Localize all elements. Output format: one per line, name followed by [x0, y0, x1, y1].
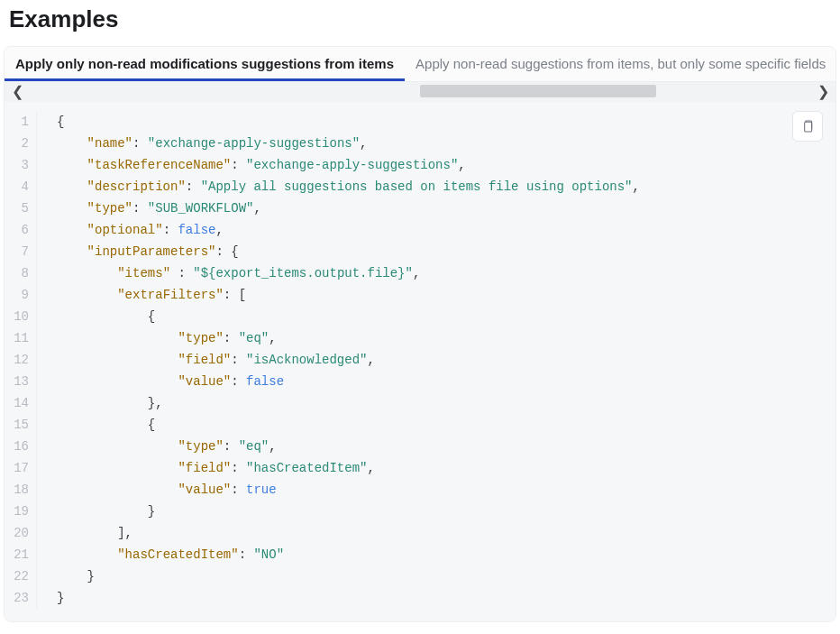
line-number: 4: [5, 176, 29, 198]
line-number: 12: [5, 349, 29, 371]
chevron-left-icon[interactable]: ❮: [8, 85, 26, 99]
tabs-bar: Apply only non-read modifications sugges…: [5, 47, 835, 82]
code-content: { "name": "exchange-apply-suggestions", …: [37, 111, 640, 609]
code-line: "description": "Apply all suggestions ba…: [57, 176, 640, 198]
line-number: 6: [5, 219, 29, 241]
svg-rect-0: [805, 122, 812, 132]
line-number: 14: [5, 392, 29, 414]
line-number: 18: [5, 479, 29, 501]
line-number: 7: [5, 241, 29, 262]
line-number: 3: [5, 154, 29, 176]
tabs-scroll-row: ❮ ❯: [5, 82, 835, 102]
code-line: "field": "isAcknowledged",: [57, 349, 640, 371]
code-line: "field": "hasCreatedItem",: [57, 457, 640, 479]
line-number: 2: [5, 133, 29, 154]
tab-0[interactable]: Apply only non-read modifications sugges…: [5, 47, 405, 81]
code-line: }: [57, 501, 640, 522]
code-line: }: [57, 587, 640, 609]
line-number: 13: [5, 371, 29, 392]
line-number: 19: [5, 501, 29, 522]
code-line: "name": "exchange-apply-suggestions",: [57, 133, 640, 154]
code-line: "type": "eq",: [57, 327, 640, 349]
line-number-gutter: 1234567891011121314151617181920212223: [5, 111, 37, 609]
line-number: 20: [5, 522, 29, 544]
code-line: "hasCreatedItem": "NO": [57, 544, 640, 565]
line-number: 11: [5, 327, 29, 349]
code-line: ],: [57, 522, 640, 544]
code-line: "optional": false,: [57, 219, 640, 241]
tab-1[interactable]: Apply non-read suggestions from items, b…: [405, 47, 835, 81]
line-number: 23: [5, 587, 29, 609]
code-line: },: [57, 392, 640, 414]
examples-panel: Apply only non-read modifications sugges…: [4, 46, 836, 622]
code-line: "items" : "${export_items.output.file}",: [57, 262, 640, 284]
line-number: 21: [5, 544, 29, 565]
code-line: {: [57, 414, 640, 436]
code-line: "value": true: [57, 479, 640, 501]
line-number: 8: [5, 262, 29, 284]
chevron-right-icon[interactable]: ❯: [814, 85, 832, 99]
line-number: 22: [5, 565, 29, 587]
code-line: "inputParameters": {: [57, 241, 640, 262]
code-line: "type": "SUB_WORKFLOW",: [57, 198, 640, 219]
line-number: 17: [5, 457, 29, 479]
code-line: "type": "eq",: [57, 436, 640, 457]
line-number: 9: [5, 284, 29, 306]
code-block: 1234567891011121314151617181920212223 { …: [5, 102, 835, 621]
code-line: }: [57, 565, 640, 587]
code-line: {: [57, 111, 640, 133]
code-line: "extraFilters": [: [57, 284, 640, 306]
code-line: {: [57, 306, 640, 327]
line-number: 16: [5, 436, 29, 457]
line-number: 15: [5, 414, 29, 436]
line-number: 1: [5, 111, 29, 133]
line-number: 10: [5, 306, 29, 327]
line-number: 5: [5, 198, 29, 219]
tabs-scrollbar-thumb[interactable]: [420, 85, 656, 97]
copy-button[interactable]: [792, 111, 823, 142]
code-line: "taskReferenceName": "exchange-apply-sug…: [57, 154, 640, 176]
clipboard-icon: [800, 118, 815, 134]
tabs-scrollbar-track[interactable]: [26, 82, 814, 102]
page-title: Examples: [9, 5, 836, 33]
code-line: "value": false: [57, 371, 640, 392]
